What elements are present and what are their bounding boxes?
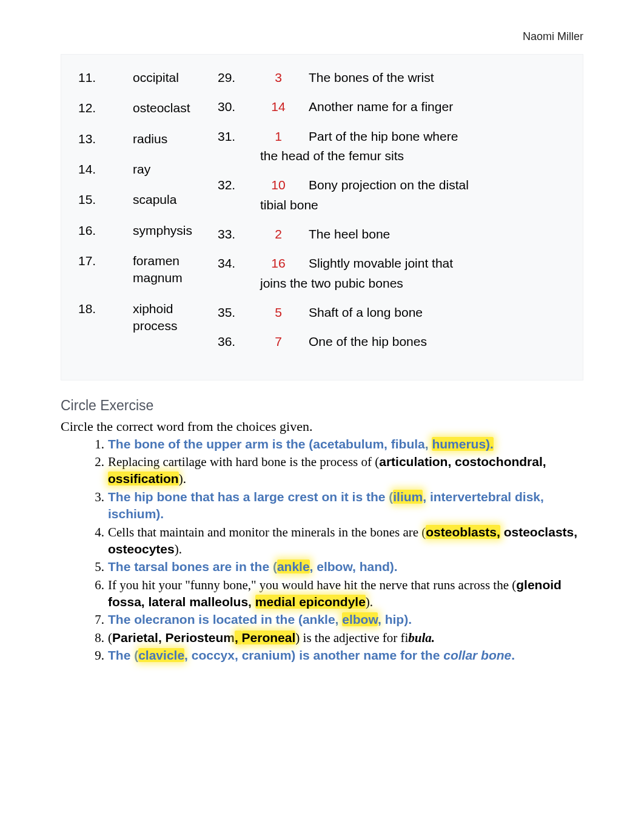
circle-list-item: 6.If you hit your "funny bone," you woul… bbox=[87, 576, 583, 611]
item-number: 12. bbox=[78, 100, 104, 117]
item-number: 15. bbox=[78, 191, 104, 208]
highlighted-text: osteoblasts, bbox=[426, 525, 500, 539]
circle-list-item: 5.The tarsal bones are in the (ankle, el… bbox=[87, 558, 583, 575]
text-fragment: bula. bbox=[408, 630, 435, 645]
list-item: 16.symphysis bbox=[78, 222, 206, 239]
highlighted-text: humerus). bbox=[432, 437, 494, 451]
item-number: 1. bbox=[87, 436, 104, 453]
item-number: 14. bbox=[78, 161, 104, 178]
item-text: The tarsal bones are in the (ankle, elbo… bbox=[108, 559, 398, 573]
item-text: symphysis bbox=[104, 222, 206, 239]
item-text: The olecranon is located in the (ankle, … bbox=[108, 612, 412, 626]
item-number: 18. bbox=[78, 300, 104, 335]
item-number: 6. bbox=[87, 576, 104, 593]
text-fragment: , hip). bbox=[378, 612, 412, 626]
answer-value: 7 bbox=[248, 333, 309, 350]
item-number: 5. bbox=[87, 558, 104, 575]
description-text: Shaft of a long bone bbox=[309, 305, 423, 319]
answer-value: 16 bbox=[248, 255, 309, 272]
circle-list-item: 9.The (clavicle, coccyx, cranium) is ano… bbox=[87, 647, 583, 664]
text-fragment: The hip bone that has a large crest on i… bbox=[108, 490, 393, 504]
text-fragment: Cells that maintain and monitor the mine… bbox=[108, 525, 426, 539]
item-text: (Parietal, Periosteum, Peroneal) is the … bbox=[108, 630, 435, 645]
list-item: 18.xiphoid process bbox=[78, 300, 206, 335]
list-item: 17.foramen magnum bbox=[78, 252, 206, 287]
text-fragment: Parietal, Periosteum bbox=[112, 630, 235, 644]
item-number: 13. bbox=[78, 130, 104, 147]
item-text: foramen magnum bbox=[104, 252, 206, 287]
highlighted-text: ankle bbox=[277, 559, 310, 573]
text-fragment: ( bbox=[108, 630, 112, 645]
item-text: ray bbox=[104, 161, 206, 178]
text-fragment: The bone of the upper arm is the (acetab… bbox=[108, 437, 432, 451]
section-title: Circle Exercise bbox=[61, 397, 583, 414]
answer-value: 1 bbox=[248, 128, 309, 145]
item-number: 16. bbox=[78, 222, 104, 239]
circle-exercise-list: 1.The bone of the upper arm is the (acet… bbox=[87, 436, 583, 664]
text-fragment: , elbow, hand). bbox=[310, 559, 398, 573]
description-text: Another name for a finger bbox=[309, 100, 453, 113]
highlighted-text: ilium bbox=[393, 490, 423, 504]
text-fragment: The ( bbox=[108, 648, 138, 662]
item-number: 3. bbox=[87, 488, 104, 505]
item-number: 11. bbox=[78, 69, 104, 86]
item-number: 33. bbox=[218, 226, 248, 243]
list-item: 36.7One of the hip bones bbox=[218, 333, 566, 350]
highlighted-text: clavicle bbox=[138, 648, 184, 662]
highlighted-text: Peroneal bbox=[242, 630, 296, 644]
list-item: 34.16Slightly movable joint thatjoins th… bbox=[218, 255, 566, 292]
text-fragment: collar bone bbox=[443, 648, 511, 662]
description-text: One of the hip bones bbox=[309, 334, 427, 348]
text-fragment: . bbox=[511, 648, 515, 662]
description-text: Part of the hip bone where bbox=[309, 129, 458, 143]
circle-list-item: 7.The olecranon is located in the (ankle… bbox=[87, 611, 583, 628]
list-item: 11.occipital bbox=[78, 69, 206, 86]
circle-list-item: 4.Cells that maintain and monitor the mi… bbox=[87, 524, 583, 558]
list-item: 13.radius bbox=[78, 130, 206, 147]
list-item: 14.ray bbox=[78, 161, 206, 178]
highlighted-text: ossification bbox=[108, 472, 179, 485]
answer-value: 14 bbox=[248, 98, 309, 115]
list-item: 31.1Part of the hip bone wherethe head o… bbox=[218, 128, 566, 165]
item-text: osteoclast bbox=[104, 100, 206, 117]
list-item: 33.2The heel bone bbox=[218, 226, 566, 243]
item-number: 34. bbox=[218, 255, 248, 272]
description-text: Bony projection on the distal bbox=[309, 178, 469, 192]
answer-value: 2 bbox=[248, 226, 309, 243]
item-text: The bone of the upper arm is the (acetab… bbox=[108, 437, 494, 451]
item-text: Cells that maintain and monitor the mine… bbox=[108, 525, 577, 556]
item-number: 31. bbox=[218, 128, 248, 145]
item-text: If you hit your "funny bone," you would … bbox=[108, 578, 562, 609]
text-fragment: , coccyx, cranium) is another name for t… bbox=[184, 648, 443, 662]
author-name: Naomi Miller bbox=[61, 30, 583, 43]
item-number: 17. bbox=[78, 252, 104, 287]
item-text: Replacing cartilage with hard bone is th… bbox=[108, 455, 546, 486]
description-continuation: joins the two pubic bones bbox=[260, 275, 566, 292]
text-fragment: Replacing cartilage with hard bone is th… bbox=[108, 455, 379, 469]
right-column: 29.3The bones of the wrist30.14Another n… bbox=[218, 69, 566, 363]
item-number: 9. bbox=[87, 647, 104, 664]
text-fragment: articulation, costochondral, bbox=[379, 455, 546, 468]
item-number: 30. bbox=[218, 98, 248, 115]
list-item: 15.scapula bbox=[78, 191, 206, 208]
circle-list-item: 8.(Parietal, Periosteum, Peroneal) is th… bbox=[87, 629, 583, 646]
item-number: 8. bbox=[87, 629, 104, 646]
text-fragment: ). bbox=[366, 595, 373, 609]
answer-box: 11.occipital12.osteoclast13.radius14.ray… bbox=[61, 54, 583, 380]
highlighted-text: medial epicondyle bbox=[255, 595, 366, 609]
highlighted-text: elbow bbox=[342, 612, 378, 626]
item-text: radius bbox=[104, 130, 206, 147]
circle-list-item: 3.The hip bone that has a large crest on… bbox=[87, 488, 583, 523]
answer-value: 10 bbox=[248, 177, 309, 194]
text-fragment: If you hit your "funny bone," you would … bbox=[108, 578, 516, 592]
description-text: The heel bone bbox=[309, 227, 390, 241]
text-fragment: The tarsal bones are in the ( bbox=[108, 559, 277, 573]
item-text: The (clavicle, coccyx, cranium) is anoth… bbox=[108, 648, 515, 662]
highlighted-text: , bbox=[235, 630, 242, 644]
item-text: occipital bbox=[104, 69, 206, 86]
list-item: 32.10Bony projection on the distaltibial… bbox=[218, 177, 566, 214]
answer-value: 5 bbox=[248, 304, 309, 321]
text-fragment: The olecranon is located in the (ankle, bbox=[108, 612, 342, 626]
description-text: The bones of the wrist bbox=[309, 70, 434, 84]
list-item: 30.14Another name for a finger bbox=[218, 98, 566, 115]
